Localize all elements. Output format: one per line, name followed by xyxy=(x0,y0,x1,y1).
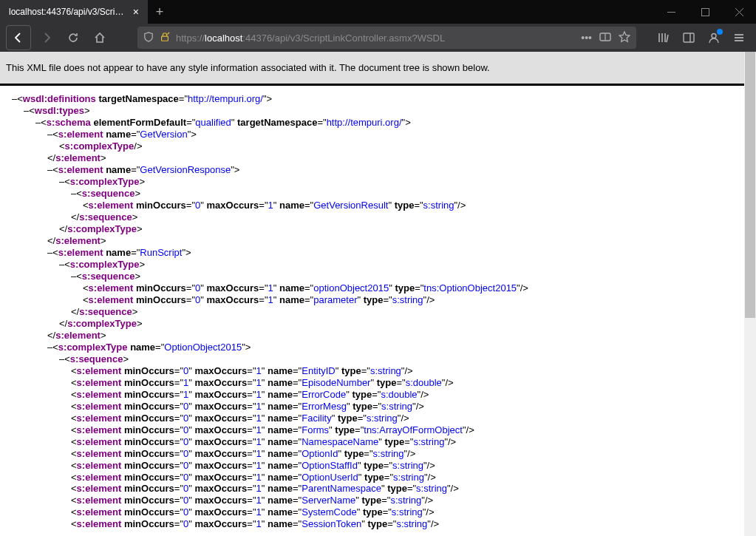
url-text: https://localhost:44376/api/v3/ScriptLin… xyxy=(176,33,575,44)
page-actions-icon[interactable]: ••• xyxy=(581,32,592,44)
xml-line: <s:element minOccurs="1" maxOccurs="1" n… xyxy=(4,389,752,401)
browser-tab[interactable]: localhost:44376/api/v3/ScriptLinkC × xyxy=(0,0,148,24)
xml-line: </s:element> xyxy=(4,330,752,342)
xml-line: <s:element minOccurs="0" maxOccurs="1" n… xyxy=(4,518,752,530)
reader-icon[interactable] xyxy=(599,31,611,45)
xml-line: </s:element> xyxy=(4,235,752,247)
scrollbar-thumb[interactable] xyxy=(745,52,755,318)
xml-line: <s:element minOccurs="0" maxOccurs="1" n… xyxy=(4,365,752,377)
xml-line: <s:element minOccurs="1" maxOccurs="1" n… xyxy=(4,377,752,389)
svg-rect-8 xyxy=(684,33,694,42)
xml-line: –<s:element name="GetVersion"> xyxy=(4,129,752,140)
xml-line: <s:element minOccurs="0" maxOccurs="1" n… xyxy=(4,436,752,448)
xml-line: </s:complexType> xyxy=(4,223,752,235)
shield-icon xyxy=(143,32,154,44)
xml-line: <s:element minOccurs="0" maxOccurs="1" n… xyxy=(4,472,752,484)
menu-icon[interactable] xyxy=(728,27,750,49)
xml-line: </s:complexType> xyxy=(4,318,752,330)
svg-point-10 xyxy=(712,34,716,38)
xml-line: <s:element minOccurs="0" maxOccurs="1" n… xyxy=(4,448,752,460)
xml-line: <s:complexType/> xyxy=(4,140,752,152)
xml-line: <s:element minOccurs="0" maxOccurs="1" n… xyxy=(4,460,752,472)
titlebar: localhost:44376/api/v3/ScriptLinkC × + xyxy=(0,0,756,24)
xml-line: –<wsdl:definitions targetNamespace="http… xyxy=(4,93,752,105)
new-tab-button[interactable]: + xyxy=(148,0,171,24)
forward-button[interactable] xyxy=(35,27,58,49)
address-bar[interactable]: https://localhost:44376/api/v3/ScriptLin… xyxy=(137,27,636,49)
xml-line: –<s:sequence> xyxy=(4,188,752,200)
xml-line: <s:element minOccurs="0" maxOccurs="1" n… xyxy=(4,401,752,413)
account-icon[interactable] xyxy=(703,27,725,49)
xml-line: </s:sequence> xyxy=(4,306,752,318)
xml-line: <s:element minOccurs="0" maxOccurs="1" n… xyxy=(4,294,752,306)
tab-close-icon[interactable]: × xyxy=(129,6,143,18)
sidebar-icon[interactable] xyxy=(678,27,700,49)
svg-rect-1 xyxy=(701,8,709,16)
window-minimize-icon[interactable] xyxy=(654,0,688,24)
back-button[interactable] xyxy=(6,25,31,50)
xml-line: <s:element minOccurs="0" maxOccurs="1" n… xyxy=(4,506,752,518)
xml-line: –<s:complexType> xyxy=(4,176,752,188)
xml-line: –<s:complexType name="OptionObject2015"> xyxy=(4,342,752,353)
library-icon[interactable] xyxy=(653,27,675,49)
home-button[interactable] xyxy=(89,27,111,49)
svg-line-5 xyxy=(168,32,170,34)
lock-warning-icon xyxy=(160,32,170,44)
tab-title: localhost:44376/api/v3/ScriptLinkC xyxy=(9,7,129,17)
xml-line: –<s:sequence> xyxy=(4,271,752,282)
xml-line: <s:element minOccurs="0" maxOccurs="1" n… xyxy=(4,495,752,506)
window-maximize-icon[interactable] xyxy=(688,0,722,24)
window-controls xyxy=(654,0,756,24)
svg-rect-4 xyxy=(162,36,168,41)
xml-line: –<s:element name="RunScript"> xyxy=(4,247,752,259)
reload-button[interactable] xyxy=(62,27,84,49)
xml-line: –<s:schema elementFormDefault="qualified… xyxy=(4,117,752,129)
xml-line: –<s:complexType> xyxy=(4,259,752,271)
xml-tree: –<wsdl:definitions targetNamespace="http… xyxy=(0,86,756,536)
xml-line: </s:sequence> xyxy=(4,211,752,223)
xml-line: </s:element> xyxy=(4,152,752,164)
xml-line: –<wsdl:types> xyxy=(4,105,752,117)
window-close-icon[interactable] xyxy=(722,0,756,24)
xml-line: <s:element minOccurs="0" maxOccurs="1" n… xyxy=(4,200,752,211)
toolbar: https://localhost:44376/api/v3/ScriptLin… xyxy=(0,24,756,52)
xml-notice: This XML file does not appear to have an… xyxy=(0,52,756,86)
xml-line: –<s:sequence> xyxy=(4,353,752,365)
page-content: This XML file does not appear to have an… xyxy=(0,52,756,536)
xml-line: <s:element minOccurs="0" maxOccurs="1" n… xyxy=(4,282,752,294)
xml-line: –<s:element name="GetVersionResponse"> xyxy=(4,164,752,176)
bookmark-star-icon[interactable] xyxy=(619,31,630,45)
xml-line: <s:element minOccurs="0" maxOccurs="1" n… xyxy=(4,424,752,436)
vertical-scrollbar[interactable] xyxy=(744,52,756,536)
xml-line: <s:element minOccurs="0" maxOccurs="1" n… xyxy=(4,483,752,495)
xml-line: <s:element minOccurs="0" maxOccurs="1" n… xyxy=(4,413,752,424)
